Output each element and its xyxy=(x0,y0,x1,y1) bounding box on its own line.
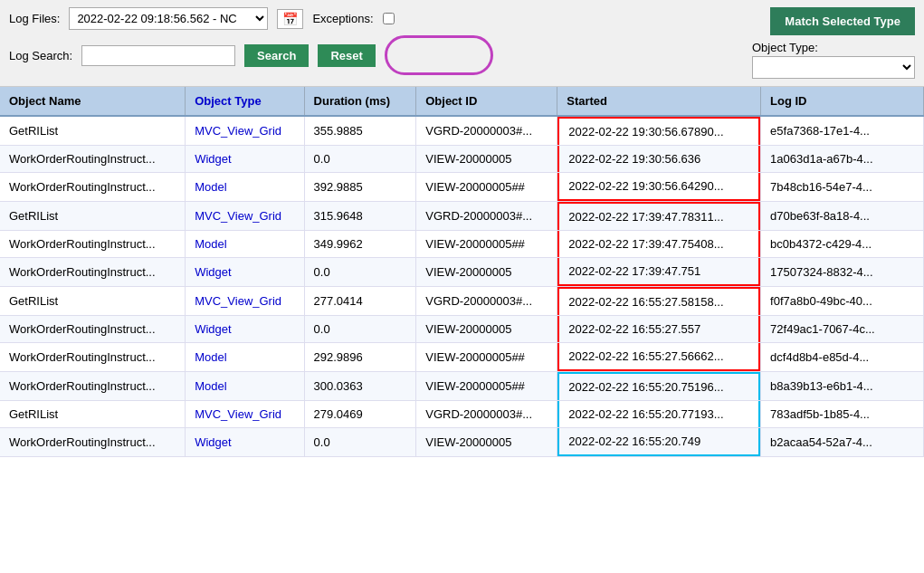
cell-duration: 392.9885 xyxy=(304,173,416,202)
cell-object-id: VGRD-20000003#... xyxy=(416,116,557,146)
table-row[interactable]: WorkOrderRoutingInstruct... Widget 0.0 V… xyxy=(0,316,924,343)
cell-log-id: b2acaa54-52a7-4... xyxy=(761,428,924,457)
cell-started: 2022-02-22 17:39:47.751 xyxy=(557,258,761,287)
cell-object-type: Model xyxy=(186,231,304,258)
cell-started: 2022-02-22 17:39:47.78311... xyxy=(557,202,761,231)
object-type-label: Object Type: xyxy=(752,41,915,54)
cell-object-name: WorkOrderRoutingInstruct... xyxy=(0,343,186,372)
table-row[interactable]: WorkOrderRoutingInstruct... Model 349.99… xyxy=(0,231,924,258)
cell-duration: 355.9885 xyxy=(304,116,416,146)
cell-object-type: MVC_View_Grid xyxy=(186,287,304,316)
object-type-select[interactable] xyxy=(752,56,915,79)
cell-object-id: VIEW-20000005 xyxy=(416,316,557,343)
exceptions-checkbox[interactable] xyxy=(383,13,395,24)
table-row[interactable]: GetRIList MVC_View_Grid 277.0414 VGRD-20… xyxy=(0,287,924,316)
object-type-row: Object Type: xyxy=(752,41,915,79)
cell-duration: 315.9648 xyxy=(304,202,416,231)
cell-object-name: GetRIList xyxy=(0,202,186,231)
col-header-object-id: Object ID xyxy=(416,87,557,116)
table-row[interactable]: GetRIList MVC_View_Grid 279.0469 VGRD-20… xyxy=(0,401,924,428)
table-row[interactable]: WorkOrderRoutingInstruct... Model 392.98… xyxy=(0,173,924,202)
col-header-log-id: Log ID xyxy=(761,87,924,116)
cell-started: 2022-02-22 16:55:20.75196... xyxy=(557,372,761,401)
cell-object-id: VGRD-20000003#... xyxy=(416,287,557,316)
cell-object-type: MVC_View_Grid xyxy=(186,116,304,146)
cell-object-name: WorkOrderRoutingInstruct... xyxy=(0,372,186,401)
cell-object-name: WorkOrderRoutingInstruct... xyxy=(0,231,186,258)
cell-started: 2022-02-22 16:55:20.749 xyxy=(557,428,761,457)
match-selected-button[interactable]: Match Selected Type xyxy=(770,7,915,35)
cell-object-type: Widget xyxy=(186,428,304,457)
cell-object-type: MVC_View_Grid xyxy=(186,401,304,428)
log-search-label: Log Search: xyxy=(9,49,72,62)
cell-log-id: 17507324-8832-4... xyxy=(761,258,924,287)
cell-duration: 277.0414 xyxy=(304,287,416,316)
reset-button[interactable]: Reset xyxy=(318,44,375,67)
table-row[interactable]: WorkOrderRoutingInstruct... Widget 0.0 V… xyxy=(0,258,924,287)
toolbar-main: Log Files: 2022-02-22 09:18:56.562 - NC … xyxy=(9,7,493,75)
cell-object-id: VGRD-20000003#... xyxy=(416,202,557,231)
toolbar-bottom-row: Log Search: Search Reset xyxy=(9,35,493,75)
cell-started: 2022-02-22 16:55:20.77193... xyxy=(557,401,761,428)
cell-object-type: Widget xyxy=(186,258,304,287)
table-row[interactable]: GetRIList MVC_View_Grid 355.9885 VGRD-20… xyxy=(0,116,924,146)
cell-object-name: WorkOrderRoutingInstruct... xyxy=(0,428,186,457)
toolbar-top-row: Log Files: 2022-02-22 09:18:56.562 - NC … xyxy=(9,7,493,30)
oval-highlight xyxy=(385,35,493,75)
cell-duration: 349.9962 xyxy=(304,231,416,258)
cell-log-id: 1a063d1a-a67b-4... xyxy=(761,146,924,173)
col-header-started: Started xyxy=(557,87,761,116)
cell-object-name: GetRIList xyxy=(0,287,186,316)
cell-log-id: 7b48cb16-54e7-4... xyxy=(761,173,924,202)
cell-object-id: VIEW-20000005 xyxy=(416,258,557,287)
table-row[interactable]: GetRIList MVC_View_Grid 315.9648 VGRD-20… xyxy=(0,202,924,231)
cell-object-id: VIEW-20000005 xyxy=(416,428,557,457)
cell-object-id: VGRD-20000003#... xyxy=(416,401,557,428)
cell-duration: 300.0363 xyxy=(304,372,416,401)
table-header-row: Object Name Object Type Duration (ms) Ob… xyxy=(0,87,924,116)
cell-object-id: VIEW-20000005 xyxy=(416,146,557,173)
data-table: Object Name Object Type Duration (ms) Ob… xyxy=(0,87,924,457)
cell-object-id: VIEW-20000005## xyxy=(416,343,557,372)
search-button[interactable]: Search xyxy=(244,44,309,67)
cell-duration: 0.0 xyxy=(304,428,416,457)
cell-duration: 292.9896 xyxy=(304,343,416,372)
cell-duration: 0.0 xyxy=(304,146,416,173)
search-input[interactable] xyxy=(81,45,235,66)
cell-started: 2022-02-22 16:55:27.56662... xyxy=(557,343,761,372)
cell-started: 2022-02-22 17:39:47.75408... xyxy=(557,231,761,258)
cell-log-id: dcf4d8b4-e85d-4... xyxy=(761,343,924,372)
cell-duration: 0.0 xyxy=(304,316,416,343)
cell-started: 2022-02-22 16:55:27.58158... xyxy=(557,287,761,316)
col-header-object-name: Object Name xyxy=(0,87,186,116)
cell-log-id: d70be63f-8a18-4... xyxy=(761,202,924,231)
cell-log-id: 783adf5b-1b85-4... xyxy=(761,401,924,428)
cell-duration: 279.0469 xyxy=(304,401,416,428)
cell-started: 2022-02-22 19:30:56.64290... xyxy=(557,173,761,202)
table-container: Object Name Object Type Duration (ms) Ob… xyxy=(0,87,924,457)
table-row[interactable]: WorkOrderRoutingInstruct... Widget 0.0 V… xyxy=(0,428,924,457)
cell-started: 2022-02-22 19:30:56.67890... xyxy=(557,116,761,146)
table-row[interactable]: WorkOrderRoutingInstruct... Model 292.98… xyxy=(0,343,924,372)
cell-log-id: bc0b4372-c429-4... xyxy=(761,231,924,258)
toolbar: Log Files: 2022-02-22 09:18:56.562 - NC … xyxy=(0,0,924,87)
cell-log-id: b8a39b13-e6b1-4... xyxy=(761,372,924,401)
cell-object-id: VIEW-20000005## xyxy=(416,173,557,202)
exceptions-label: Exceptions: xyxy=(312,12,373,25)
cell-object-type: Model xyxy=(186,343,304,372)
cell-object-name: WorkOrderRoutingInstruct... xyxy=(0,258,186,287)
col-header-object-type: Object Type xyxy=(186,87,304,116)
col-header-duration: Duration (ms) xyxy=(304,87,416,116)
cell-object-type: MVC_View_Grid xyxy=(186,202,304,231)
cell-object-id: VIEW-20000005## xyxy=(416,231,557,258)
log-files-label: Log Files: xyxy=(9,12,60,25)
table-row[interactable]: WorkOrderRoutingInstruct... Model 300.03… xyxy=(0,372,924,401)
cell-object-name: WorkOrderRoutingInstruct... xyxy=(0,173,186,202)
cell-log-id: e5fa7368-17e1-4... xyxy=(761,116,924,146)
log-files-select[interactable]: 2022-02-22 09:18:56.562 - NC xyxy=(69,7,268,30)
table-row[interactable]: WorkOrderRoutingInstruct... Widget 0.0 V… xyxy=(0,146,924,173)
cell-object-name: WorkOrderRoutingInstruct... xyxy=(0,316,186,343)
calendar-button[interactable]: 📅 xyxy=(277,9,303,29)
cell-started: 2022-02-22 16:55:27.557 xyxy=(557,316,761,343)
cell-object-type: Widget xyxy=(186,316,304,343)
